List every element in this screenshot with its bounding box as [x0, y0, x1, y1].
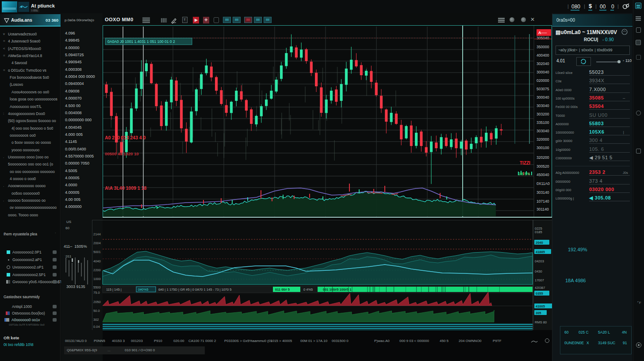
svg-text:1000: 1000	[93, 277, 101, 281]
svg-text:2050: 2050	[93, 300, 101, 304]
svg-text:350000: 350000	[537, 45, 549, 49]
svg-text:0A0A0 J0 1001 1.4031 1 051 100: 0A0A0 J0 1001 1.4031 1 051 100 01 0 2	[107, 39, 175, 44]
svg-text:0355: 0355	[536, 292, 543, 296]
svg-text:305040: 305040	[537, 36, 549, 40]
svg-text:17007: 17007	[535, 278, 544, 282]
svg-text:0430: 0430	[535, 269, 542, 273]
svg-text:320200: 320200	[537, 155, 549, 160]
svg-text:50.0: 50.0	[93, 309, 100, 313]
svg-text:303040: 303040	[537, 104, 549, 108]
svg-text:0.04: 0.04	[93, 325, 100, 329]
svg-text:301140: 301140	[537, 207, 549, 211]
svg-text:303200: 303200	[537, 112, 549, 116]
svg-text:320000: 320000	[537, 137, 549, 142]
svg-text:0#0%5: 0#0%5	[138, 288, 148, 292]
svg-text:300100: 300100	[537, 146, 549, 150]
svg-text:ˈ011: ˈ011	[65, 254, 72, 258]
svg-text:450040: 450040	[537, 173, 549, 177]
svg-text:300520: 300520	[537, 164, 549, 169]
svg-text:420367: 420367	[535, 286, 545, 289]
svg-text:0185: 0185	[535, 230, 542, 234]
svg-text:503075: 503075	[537, 87, 549, 91]
svg-text:04203: 04203	[535, 259, 544, 263]
svg-text:41885: 41885	[536, 250, 545, 254]
svg-text:303040: 303040	[537, 129, 549, 133]
svg-text:0X11A0: 0X11A0	[537, 181, 550, 186]
svg-text:300040: 300040	[537, 95, 549, 100]
svg-text:0 4%5: 0 4%5	[303, 288, 313, 292]
svg-text:302: 302	[93, 318, 99, 322]
svg-text:335100: 335100	[537, 120, 549, 125]
svg-text:6#0 | 1 175D | GR #5: 6#0 | 1 175D | GR #5 | 0 0A70 1 145 - 73…	[158, 288, 231, 292]
svg-text:303140: 303140	[537, 190, 549, 195]
svg-text:A0 230 013 243 4 0: A0 230 013 243 4 0	[105, 135, 146, 140]
svg-text:115 | 145 |: 115 | 145 |	[106, 288, 122, 292]
svg-text:305: 305	[536, 311, 541, 315]
svg-text:A──: A──	[538, 31, 547, 35]
svg-text:5500: 5500	[93, 285, 101, 289]
svg-text:001 100#5 100#5 1: 001 100#5 100#5 1	[323, 288, 352, 292]
svg-text:RMS 80: RMS 80	[535, 320, 547, 324]
svg-text:107140: 107140	[537, 199, 549, 204]
svg-text:020000: 020000	[537, 78, 549, 83]
svg-text:400400: 400400	[537, 53, 549, 58]
svg-text:JІ5 5%: JІ5 5%	[518, 172, 530, 176]
svg-text:4040: 4040	[93, 259, 101, 263]
svg-text:011 00# 5: 011 00# 5	[275, 288, 290, 292]
svg-text:2144: 2144	[93, 232, 101, 236]
svg-text:2004: 2004	[93, 241, 101, 245]
svg-text:2200: 2200	[93, 268, 101, 272]
svg-text:A\A 3L40 1009 1 18: A\A 3L40 1009 1 18	[105, 185, 146, 191]
svg-text:75.0: 75.0	[93, 291, 100, 295]
svg-text:300040: 300040	[537, 70, 549, 74]
svg-text:TІZZІ: TІZZІ	[520, 161, 530, 165]
svg-text:2040: 2040	[536, 241, 543, 245]
svg-text:00500 40 1320 10: 00500 40 1320 10	[105, 151, 139, 156]
svg-text:41005: 41005	[536, 304, 545, 308]
svg-text:302040: 302040	[537, 61, 549, 66]
svg-text:5001: 5001	[93, 250, 101, 254]
